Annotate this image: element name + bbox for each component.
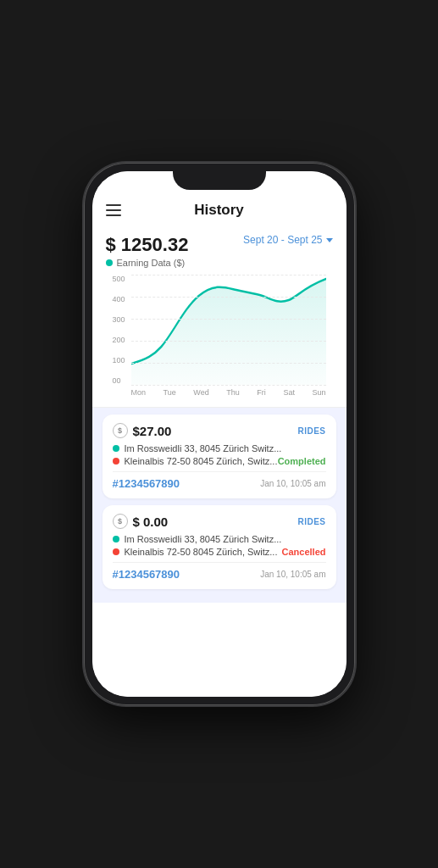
hamburger-line-3 (106, 214, 121, 216)
card-1-type: RIDES (297, 426, 325, 436)
card-1-top: $ $27.00 RIDES (113, 423, 326, 438)
dollar-circle-icon: $ (113, 423, 128, 438)
earnings-top-row: $ 1250.32 Sept 20 - Sept 25 (106, 234, 333, 256)
x-label-tue: Tue (164, 388, 176, 397)
hamburger-menu-button[interactable] (106, 204, 121, 216)
chart-x-axis: Mon Tue Wed Thu Fri Sat Sun (131, 385, 326, 397)
card-1-amount: $27.00 (133, 424, 172, 438)
transaction-card-1[interactable]: $ $27.00 RIDES Im Rossweidli 33, 8045 Zü… (103, 415, 336, 498)
destination-dot-icon (113, 458, 119, 465)
card-1-from-text: Im Rossweidli 33, 8045 Zürich Switz... (125, 443, 282, 453)
card-1-to-address: Kleinalbis 72-50 8045 Zürich, Switz... (113, 456, 278, 466)
y-label-00: 00 (113, 376, 125, 385)
y-label-500: 500 (113, 275, 125, 283)
transactions-list: $ $27.00 RIDES Im Rossweidli 33, 8045 Zü… (92, 408, 347, 603)
grid-line-300 (131, 319, 326, 320)
hamburger-line-2 (106, 209, 121, 211)
x-label-sat: Sat (283, 388, 295, 397)
x-label-mon: Mon (131, 388, 147, 397)
grid-line-400 (131, 297, 326, 298)
x-label-fri: Fri (257, 388, 266, 397)
card-2-to-row: Kleinalbis 72-50 8045 Zürich, Switz... C… (113, 547, 326, 557)
grid-line-0 (131, 385, 326, 386)
card-1-to-text: Kleinalbis 72-50 8045 Zürich, Switz... (125, 456, 278, 466)
destination-dot-icon-2 (113, 548, 119, 555)
phone-screen: History $ 1250.32 Sept 20 - Sept 25 Earn… (92, 171, 347, 697)
x-label-thu: Thu (226, 388, 240, 397)
card-2-status: Cancelled (282, 547, 326, 557)
date-range-text: Sept 20 - Sept 25 (243, 234, 322, 246)
card-1-time: Jan 10, 10:05 am (260, 479, 325, 488)
page-title: History (194, 202, 244, 219)
card-2-to-address: Kleinalbis 72-50 8045 Zürich, Switz... (113, 547, 278, 557)
card-1-amount-row: $ $27.00 (113, 423, 172, 438)
card-1-footer: #1234567890 Jan 10, 10:05 am (113, 471, 326, 490)
y-label-400: 400 (113, 295, 125, 303)
x-label-sun: Sun (312, 388, 325, 397)
header: History (92, 195, 347, 225)
origin-dot-icon (113, 445, 119, 452)
chart-container: 500 400 300 200 100 00 (106, 275, 333, 403)
notch (173, 171, 266, 190)
earning-label: Earning Data ($) (106, 258, 333, 268)
dollar-circle-icon-2: $ (113, 514, 128, 529)
screen-content: History $ 1250.32 Sept 20 - Sept 25 Earn… (92, 171, 347, 697)
card-2-footer: #1234567890 Jan 10, 10:05 am (113, 562, 326, 581)
chevron-down-icon (326, 238, 333, 242)
card-1-to-row: Kleinalbis 72-50 8045 Zürich, Switz... C… (113, 456, 326, 466)
earnings-section: $ 1250.32 Sept 20 - Sept 25 Earning Data… (92, 225, 347, 408)
card-1-ride-id: #1234567890 (113, 477, 180, 490)
card-2-to-text: Kleinalbis 72-50 8045 Zürich, Switz... (125, 547, 278, 557)
hamburger-line-1 (106, 204, 121, 206)
y-label-200: 200 (113, 336, 125, 344)
card-2-ride-id: #1234567890 (113, 568, 180, 581)
origin-dot-icon-2 (113, 536, 119, 542)
earning-dot-icon (106, 259, 113, 266)
card-2-amount-row: $ $ 0.00 (113, 514, 169, 529)
y-label-100: 100 (113, 356, 125, 364)
card-1-from-address: Im Rossweidli 33, 8045 Zürich Switz... (113, 443, 326, 453)
date-range-selector[interactable]: Sept 20 - Sept 25 (243, 234, 332, 246)
card-2-type: RIDES (297, 517, 325, 526)
card-1-status: Completed (278, 456, 326, 466)
x-label-wed: Wed (193, 388, 208, 397)
card-2-from-text: Im Rossweidli 33, 8045 Zürich Switz... (125, 534, 282, 544)
earning-label-text: Earning Data ($) (117, 258, 186, 268)
card-2-from-address: Im Rossweidli 33, 8045 Zürich Switz... (113, 534, 326, 544)
card-2-time: Jan 10, 10:05 am (260, 570, 325, 579)
grid-line-200 (131, 341, 326, 342)
transaction-card-2[interactable]: $ $ 0.00 RIDES Im Rossweidli 33, 8045 Zü… (103, 505, 336, 589)
earnings-amount: $ 1250.32 (106, 234, 189, 256)
chart-area (131, 275, 326, 385)
card-2-amount: $ 0.00 (133, 515, 169, 529)
phone-frame: History $ 1250.32 Sept 20 - Sept 25 Earn… (84, 163, 355, 705)
grid-line-500 (131, 275, 326, 275)
card-2-top: $ $ 0.00 RIDES (113, 514, 326, 529)
y-label-300: 300 (113, 315, 125, 324)
chart-y-axis: 500 400 300 200 100 00 (113, 275, 125, 385)
chart-svg (131, 275, 326, 385)
grid-line-100 (131, 363, 326, 364)
